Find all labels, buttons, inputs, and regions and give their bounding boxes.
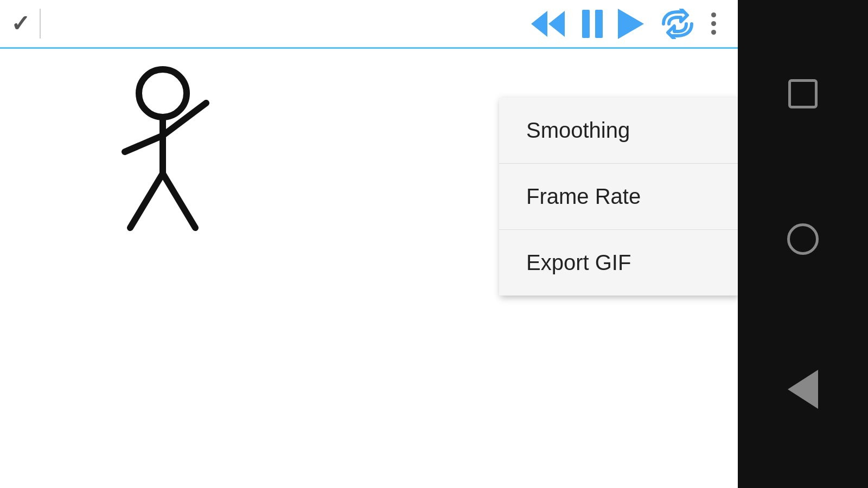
menu-item-export-gif[interactable]: Export GIF bbox=[499, 230, 738, 296]
canvas-area: Smoothing Frame Rate Export GIF bbox=[0, 49, 738, 488]
pause-bar-right bbox=[595, 10, 603, 38]
rewind-icon bbox=[529, 9, 567, 39]
play-button[interactable] bbox=[618, 9, 644, 39]
toolbar-controls bbox=[529, 9, 716, 39]
svg-line-5 bbox=[125, 136, 163, 152]
pause-bar-left bbox=[582, 10, 590, 38]
stick-figure-svg bbox=[98, 65, 239, 239]
pause-icon bbox=[582, 10, 603, 38]
app-area: ✓ bbox=[0, 0, 738, 488]
menu-item-frame-rate[interactable]: Frame Rate bbox=[499, 164, 738, 230]
more-icon bbox=[711, 12, 716, 35]
repeat-button[interactable] bbox=[659, 9, 696, 39]
svg-line-7 bbox=[130, 174, 163, 228]
check-button[interactable]: ✓ bbox=[11, 10, 30, 37]
dot-3 bbox=[711, 30, 716, 35]
android-nav-bar bbox=[738, 0, 868, 488]
dot-2 bbox=[711, 21, 716, 26]
dot-1 bbox=[711, 12, 716, 17]
stick-figure bbox=[98, 65, 239, 241]
svg-marker-0 bbox=[531, 11, 547, 37]
recent-apps-button[interactable] bbox=[788, 79, 818, 108]
home-button[interactable] bbox=[787, 223, 819, 255]
pause-button[interactable] bbox=[582, 10, 603, 38]
dropdown-menu: Smoothing Frame Rate Export GIF bbox=[499, 98, 738, 296]
more-button[interactable] bbox=[711, 12, 716, 35]
svg-marker-1 bbox=[548, 11, 565, 37]
check-icon: ✓ bbox=[11, 10, 30, 37]
menu-item-smoothing[interactable]: Smoothing bbox=[499, 98, 738, 164]
rewind-button[interactable] bbox=[529, 9, 567, 39]
toolbar: ✓ bbox=[0, 0, 738, 49]
svg-point-2 bbox=[139, 69, 187, 117]
svg-line-6 bbox=[163, 174, 195, 228]
toolbar-divider bbox=[40, 9, 41, 38]
repeat-icon bbox=[659, 9, 696, 39]
back-icon bbox=[788, 370, 818, 409]
home-icon bbox=[787, 223, 819, 255]
back-button[interactable] bbox=[788, 370, 818, 409]
play-icon bbox=[618, 9, 644, 39]
recent-apps-icon bbox=[788, 79, 818, 108]
